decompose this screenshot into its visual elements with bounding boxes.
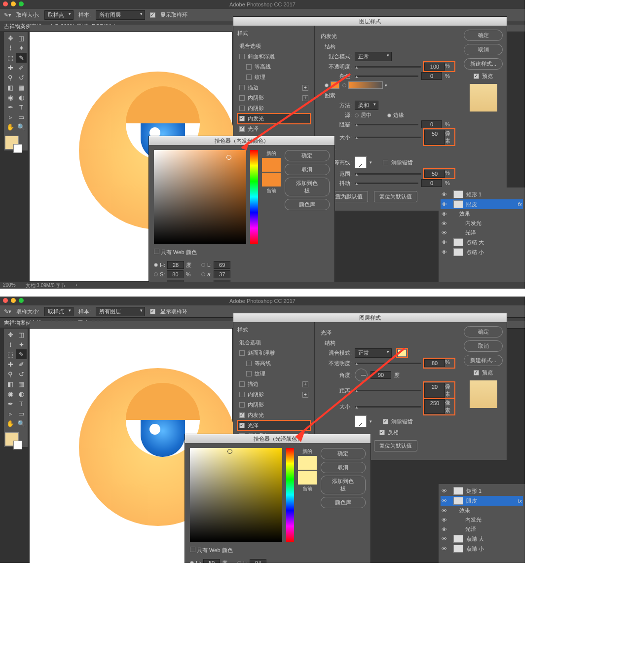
style-checkbox[interactable] xyxy=(239,95,245,101)
glow-color-swatch[interactable] xyxy=(331,81,339,89)
show-ring-checkbox[interactable] xyxy=(150,309,155,314)
style-checkbox[interactable] xyxy=(239,350,245,356)
minimize-icon[interactable] xyxy=(11,298,16,303)
satin-opacity-value[interactable]: 80 xyxy=(424,359,445,367)
style-checkbox[interactable] xyxy=(239,54,245,59)
picker-ok-button[interactable]: 确定 xyxy=(285,150,330,161)
visibility-icon[interactable]: 👁 xyxy=(442,249,447,255)
pen-tool[interactable]: ✒ xyxy=(5,102,16,112)
style-checkbox[interactable] xyxy=(246,361,252,366)
satin-contour-swatch[interactable] xyxy=(355,415,367,427)
style-item-等高线[interactable]: 等高线 xyxy=(237,62,310,72)
style-item-内阴影[interactable]: 内阴影+ xyxy=(237,93,310,103)
color-field[interactable] xyxy=(190,448,282,542)
heal-tool[interactable]: ✚ xyxy=(5,63,16,73)
visibility-icon[interactable]: 👁 xyxy=(442,191,447,197)
style-checkbox[interactable] xyxy=(239,106,245,111)
layer-row[interactable]: 👁矩形 1 xyxy=(441,189,523,199)
satin-opacity-slider[interactable] xyxy=(355,363,421,364)
style-checkbox[interactable] xyxy=(239,392,245,397)
visibility-icon[interactable]: 👁 xyxy=(442,536,447,542)
sample-size-dropdown[interactable]: 取样点 xyxy=(44,307,74,316)
style-item-纹理[interactable]: 纹理 xyxy=(237,369,310,379)
satin-color-swatch[interactable] xyxy=(398,349,407,357)
visibility-icon[interactable]: 👁 xyxy=(442,498,447,504)
sample-layers-dropdown[interactable]: 所有图层 xyxy=(96,307,145,316)
glow-gradient-swatch[interactable] xyxy=(348,81,383,89)
picker-ok-button[interactable]: 确定 xyxy=(321,448,366,459)
picker-lib-button[interactable]: 颜色库 xyxy=(321,497,366,508)
type-tool[interactable]: T xyxy=(16,102,27,112)
visibility-icon[interactable]: 👁 xyxy=(442,211,447,217)
style-checkbox[interactable] xyxy=(239,85,245,90)
new-style-button[interactable]: 新建样式... xyxy=(464,58,503,70)
layer-row[interactable]: 👁点睛 小 xyxy=(441,247,523,257)
opacity-slider[interactable] xyxy=(355,66,421,68)
stamp-tool[interactable]: ⚲ xyxy=(5,73,16,82)
jitter-slider[interactable] xyxy=(355,183,418,184)
method-dropdown[interactable]: 柔和 xyxy=(355,101,378,110)
a-input[interactable] xyxy=(214,270,230,278)
size-slider[interactable] xyxy=(355,137,421,138)
style-item-斜面和浮雕[interactable]: 斜面和浮雕 xyxy=(237,51,310,62)
style-checkbox[interactable] xyxy=(239,126,245,132)
add-icon[interactable]: + xyxy=(302,95,308,101)
style-checkbox[interactable] xyxy=(239,381,245,387)
style-checkbox[interactable] xyxy=(246,75,252,80)
choke-slider[interactable] xyxy=(355,124,418,125)
noise-value[interactable]: 0 xyxy=(421,72,442,80)
preview-checkbox[interactable] xyxy=(474,370,479,375)
angle-control[interactable] xyxy=(355,369,368,381)
move-tool[interactable]: ✥ xyxy=(5,33,16,43)
layer-row[interactable]: 👁效果 xyxy=(441,506,523,515)
choke-value[interactable]: 0 xyxy=(421,120,442,128)
eyedropper-tool[interactable]: ✎ xyxy=(16,53,27,63)
cancel-button[interactable]: 取消 xyxy=(464,340,503,352)
style-item-描边[interactable]: 描边+ xyxy=(237,379,310,389)
style-item-描边[interactable]: 描边+ xyxy=(237,82,310,93)
hue-slider[interactable] xyxy=(286,448,294,542)
style-item-内发光[interactable]: 内发光 xyxy=(237,410,310,420)
noise-slider[interactable] xyxy=(355,75,418,77)
gradient-radio[interactable] xyxy=(342,83,346,87)
gradient-tool[interactable]: ▦ xyxy=(16,82,27,92)
h-radio[interactable] xyxy=(154,263,158,267)
eraser-tool[interactable]: ◧ xyxy=(5,82,16,92)
cancel-button[interactable]: 取消 xyxy=(464,44,503,55)
fx-icon[interactable]: fx xyxy=(518,201,522,207)
hue-slider[interactable] xyxy=(250,150,258,244)
style-item-内阴影[interactable]: 内阴影 xyxy=(237,103,310,113)
source-edge-radio[interactable] xyxy=(387,113,391,117)
layer-row[interactable]: 👁眼皮fx xyxy=(441,199,523,209)
layer-row[interactable]: 👁光泽 xyxy=(441,524,523,534)
size-value[interactable]: 50 xyxy=(424,130,445,145)
layer-row[interactable]: 👁内发光 xyxy=(441,515,523,524)
web-only-checkbox[interactable] xyxy=(190,547,195,552)
source-center-radio[interactable] xyxy=(355,113,359,117)
style-item-内阴影[interactable]: 内阴影+ xyxy=(237,389,310,400)
web-only-checkbox[interactable] xyxy=(154,249,159,254)
chevron-right-icon[interactable]: › xyxy=(75,282,77,288)
visibility-icon[interactable]: 👁 xyxy=(442,239,447,245)
picker-lib-button[interactable]: 颜色库 xyxy=(285,199,330,210)
picker-add-button[interactable]: 添加到色板 xyxy=(321,476,366,494)
style-checkbox[interactable] xyxy=(239,116,245,121)
style-checkbox[interactable] xyxy=(246,371,252,376)
picker-cancel-button[interactable]: 取消 xyxy=(321,462,366,473)
blend-mode-dropdown[interactable]: 正常 xyxy=(355,52,392,61)
contour-swatch[interactable] xyxy=(355,156,367,168)
add-icon[interactable]: + xyxy=(302,381,308,387)
range-value[interactable]: 50 xyxy=(424,170,445,178)
picker-cancel-button[interactable]: 取消 xyxy=(285,164,330,175)
layer-row[interactable]: 👁内发光 xyxy=(441,219,523,228)
lasso-tool[interactable]: ⌇ xyxy=(5,43,16,53)
preview-checkbox[interactable] xyxy=(474,74,479,79)
new-style-button[interactable]: 新建样式... xyxy=(464,355,503,366)
foreground-swatch[interactable] xyxy=(5,432,19,446)
wand-tool[interactable]: ✦ xyxy=(16,43,27,53)
crop-tool[interactable]: ⬚ xyxy=(5,53,16,63)
ok-button[interactable]: 确定 xyxy=(464,326,503,337)
style-item-内阴影[interactable]: 内阴影 xyxy=(237,400,310,410)
visibility-icon[interactable]: 👁 xyxy=(442,230,447,236)
s-input[interactable] xyxy=(167,270,184,278)
